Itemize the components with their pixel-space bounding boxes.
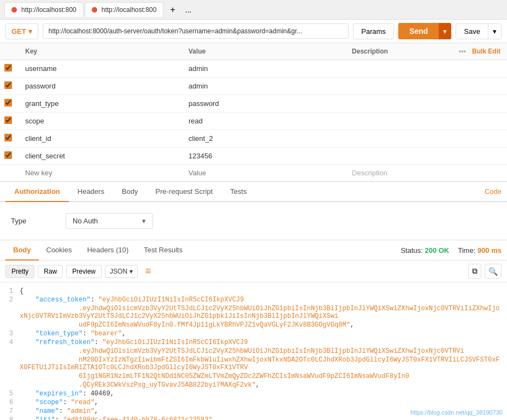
param-checkbox[interactable] — [4, 134, 12, 141]
params-desc-header: Description — [345, 43, 422, 60]
param-checkbox[interactable] — [4, 99, 12, 107]
new-key-input[interactable] — [25, 169, 117, 177]
param-checkbox-cell[interactable] — [0, 113, 19, 130]
response-tab-body[interactable]: Body — [5, 240, 39, 261]
table-row: client_id client_2 — [0, 130, 507, 147]
status-value: 200 OK — [425, 246, 449, 255]
param-description — [345, 78, 422, 95]
param-key: username — [19, 60, 182, 78]
new-tab-button[interactable]: + — [164, 2, 180, 18]
tab-2-label: http://localhost:800 — [102, 6, 157, 14]
line-content: 6Ijg1NGR1NzlmLTF1N2QtNDd1NC05ZWZmLTVmZmQ… — [20, 372, 507, 380]
param-actions — [422, 113, 507, 130]
method-chevron-icon: ▾ — [28, 27, 32, 36]
table-row: grant_type password — [0, 95, 507, 113]
line-content: .eyJhdwQiOlsicmVzb3VyY2UtTSJdLCJ1c2VyX25… — [20, 305, 507, 320]
code-line: 2 "access_token": "eyJhbGciOiJIUzI1NiIsI… — [0, 295, 507, 304]
param-checkbox[interactable] — [4, 81, 12, 89]
code-line: 3 "token_type": "bearer", — [0, 329, 507, 338]
code-line: nM20DIxYzIzNTgzIiwibmFtZSI6ImFkbWluIiwxh… — [0, 356, 507, 372]
line-number — [0, 381, 20, 389]
new-value-input[interactable] — [188, 169, 280, 177]
line-number: 3 — [0, 330, 20, 338]
param-actions — [422, 95, 507, 113]
line-content: nM20DIxYzIzNTgzIiwibmFtZSI6ImFkbWluIiwxh… — [20, 356, 507, 371]
code-view: 1{2 "access_token": "eyJhbGciOiJIUzI1NiI… — [0, 282, 507, 420]
copy-button[interactable]: ⧉ — [468, 264, 481, 279]
line-content: "expires_in": 40469, — [20, 390, 507, 398]
line-number: 7 — [0, 407, 20, 415]
watermark: https://blog.csdn.net/qq_38190730 — [410, 409, 503, 416]
auth-type-dropdown[interactable]: No Auth ▾ — [66, 213, 153, 229]
save-button[interactable]: Save — [456, 24, 488, 39]
param-checkbox-cell[interactable] — [0, 95, 19, 113]
auth-type-value: No Auth — [73, 217, 98, 225]
response-section: Body Cookies Headers (10) Test Results S… — [0, 240, 507, 420]
params-check-header — [0, 43, 19, 60]
response-tab-cookies[interactable]: Cookies — [39, 240, 80, 261]
tab-headers[interactable]: Headers — [69, 182, 113, 202]
line-content: "jti": "ed8198dc-faee-4140-bb78-6c6821c2… — [20, 416, 507, 420]
request-tab-bar: Authorization Headers Body Pre-request S… — [0, 182, 507, 202]
new-param-checkbox-cell — [0, 165, 19, 181]
line-number: 2 — [0, 296, 20, 304]
table-row: client_secret 123456 — [0, 147, 507, 165]
param-key: scope — [19, 113, 182, 130]
param-actions — [422, 78, 507, 95]
more-tabs-button[interactable]: ... — [181, 2, 196, 17]
param-key: grant_type — [19, 95, 182, 113]
line-number: 5 — [0, 390, 20, 398]
save-button-group: Save ▾ — [456, 23, 502, 39]
param-checkbox-cell[interactable] — [0, 130, 19, 147]
tab-authorization[interactable]: Authorization — [5, 182, 69, 202]
param-checkbox[interactable] — [4, 151, 12, 159]
search-button[interactable]: 🔍 — [485, 264, 502, 279]
tab-1[interactable]: http://localhost:800 — [4, 2, 84, 17]
send-dropdown-button[interactable]: ▾ — [439, 23, 451, 39]
param-checkbox-cell[interactable] — [0, 78, 19, 95]
response-tab-headers[interactable]: Headers (10) — [79, 240, 136, 261]
param-checkbox[interactable] — [4, 116, 12, 124]
new-param-value-cell[interactable] — [182, 165, 345, 181]
param-key: client_secret — [19, 147, 182, 165]
param-description — [345, 147, 422, 165]
param-value: password — [182, 95, 345, 113]
url-input[interactable] — [43, 23, 349, 39]
params-actions-header: ••• Bulk Edit — [422, 43, 507, 60]
pretty-button[interactable]: Pretty — [5, 265, 34, 278]
param-actions — [422, 60, 507, 78]
tab-body[interactable]: Body — [113, 182, 147, 202]
save-dropdown-button[interactable]: ▾ — [488, 24, 501, 39]
param-checkbox[interactable] — [4, 64, 12, 72]
params-section: Key Value Description ••• Bulk Edit user… — [0, 43, 507, 182]
code-line: 1{ — [0, 287, 507, 295]
line-content: .eyJhdwQiOlsicmVzb3VyY2UtTSJdLCJ1c2VyX25… — [20, 347, 507, 355]
new-param-key-cell[interactable] — [19, 165, 182, 181]
preview-button[interactable]: Preview — [66, 265, 102, 278]
tab-2[interactable]: http://localhost:800 — [85, 2, 164, 17]
format-select[interactable]: JSON ▾ — [105, 265, 138, 278]
raw-button[interactable]: Raw — [38, 265, 63, 278]
line-number: 4 — [0, 339, 20, 346]
new-param-row: Description — [0, 165, 507, 181]
response-tab-bar: Body Cookies Headers (10) Test Results S… — [0, 240, 507, 261]
method-dropdown[interactable]: GET ▾ — [5, 23, 38, 39]
response-tab-test-results[interactable]: Test Results — [136, 240, 190, 261]
address-bar: GET ▾ Params Send ▾ Save ▾ — [0, 20, 507, 43]
tab-tests[interactable]: Tests — [221, 182, 255, 202]
method-label: GET — [11, 27, 26, 36]
param-value: 123456 — [182, 147, 345, 165]
param-checkbox-cell[interactable] — [0, 147, 19, 165]
bulk-edit-button[interactable]: Bulk Edit — [472, 48, 500, 55]
tab-pre-request-script[interactable]: Pre-request Script — [147, 182, 222, 202]
params-value-header: Value — [182, 43, 345, 60]
code-line: 4 "refresh_token": "eyJhbGciOiJIUzI1NiIs… — [0, 338, 507, 347]
param-description — [345, 113, 422, 130]
line-content: udF9pZCI6ImNsaWVudF8yIn0.fMf4Jp11gLkYBRh… — [20, 321, 507, 329]
format-lines-icon[interactable]: ≡ — [145, 265, 151, 277]
param-checkbox-cell[interactable] — [0, 60, 19, 78]
send-button[interactable]: Send — [398, 23, 439, 39]
code-button[interactable]: Code — [485, 187, 502, 196]
param-key: client_id — [19, 130, 182, 147]
params-button[interactable]: Params — [353, 23, 394, 39]
